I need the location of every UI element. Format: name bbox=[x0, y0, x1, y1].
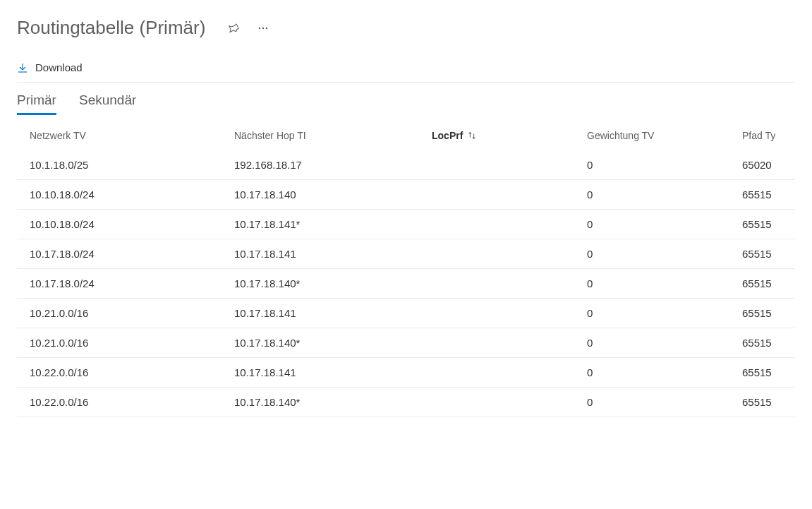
cell-nexthop: 10.17.18.141 bbox=[234, 248, 432, 260]
tab-primary[interactable]: Primär bbox=[17, 90, 56, 114]
cell-path: 65515 bbox=[742, 277, 782, 289]
table-row[interactable]: 10.22.0.0/1610.17.18.140*065515 bbox=[17, 388, 795, 417]
cell-nexthop: 192.168.18.17 bbox=[234, 159, 432, 171]
more-icon bbox=[257, 23, 269, 34]
cell-network: 10.21.0.0/16 bbox=[30, 337, 234, 349]
tabs: Primär Sekundär bbox=[17, 83, 795, 114]
svg-point-0 bbox=[259, 27, 260, 28]
cell-network: 10.10.18.0/24 bbox=[30, 188, 234, 200]
cell-nexthop: 10.17.18.141* bbox=[234, 218, 432, 230]
toolbar: Download bbox=[17, 52, 795, 83]
table-header: Netzwerk TV Nächster Hop TI LocPrf Gewic… bbox=[17, 130, 795, 150]
cell-path: 65515 bbox=[742, 307, 782, 319]
column-header-locprf-label: LocPrf bbox=[432, 130, 463, 141]
cell-network: 10.17.18.0/24 bbox=[30, 248, 234, 260]
cell-weight: 0 bbox=[587, 337, 742, 349]
cell-network: 10.17.18.0/24 bbox=[30, 277, 234, 289]
cell-network: 10.22.0.0/16 bbox=[30, 366, 234, 378]
cell-weight: 0 bbox=[587, 218, 742, 230]
column-header-path[interactable]: Pfad Ty bbox=[742, 130, 782, 141]
cell-weight: 0 bbox=[587, 366, 742, 378]
cell-nexthop: 10.17.18.141 bbox=[234, 366, 432, 378]
column-header-nexthop[interactable]: Nächster Hop TI bbox=[234, 130, 432, 141]
more-button[interactable] bbox=[255, 20, 272, 37]
cell-weight: 0 bbox=[587, 248, 742, 260]
cell-weight: 0 bbox=[587, 277, 742, 289]
cell-network: 10.22.0.0/16 bbox=[30, 396, 234, 408]
cell-weight: 0 bbox=[587, 307, 742, 319]
download-label: Download bbox=[35, 61, 83, 73]
pin-icon bbox=[228, 23, 239, 34]
column-header-weight[interactable]: Gewichtung TV bbox=[587, 130, 742, 141]
header-icons bbox=[225, 20, 272, 37]
pin-button[interactable] bbox=[225, 20, 242, 37]
cell-path: 65515 bbox=[742, 248, 782, 260]
column-header-locprf[interactable]: LocPrf bbox=[432, 130, 587, 141]
sort-icon bbox=[467, 131, 477, 140]
header: Routingtabelle (Primär) bbox=[17, 0, 795, 52]
table-row[interactable]: 10.10.18.0/2410.17.18.140065515 bbox=[17, 180, 795, 210]
routing-table: Netzwerk TV Nächster Hop TI LocPrf Gewic… bbox=[17, 130, 795, 417]
table-body: 10.1.18.0/25192.168.18.1706502010.10.18.… bbox=[17, 150, 795, 417]
table-row[interactable]: 10.17.18.0/2410.17.18.140*065515 bbox=[17, 269, 795, 299]
cell-path: 65515 bbox=[742, 188, 782, 200]
cell-weight: 0 bbox=[587, 396, 742, 408]
table-row[interactable]: 10.22.0.0/1610.17.18.141065515 bbox=[17, 358, 795, 388]
column-header-network[interactable]: Netzwerk TV bbox=[30, 130, 234, 141]
download-icon bbox=[17, 62, 28, 73]
cell-path: 65515 bbox=[742, 366, 782, 378]
table-row[interactable]: 10.17.18.0/2410.17.18.141065515 bbox=[17, 239, 795, 269]
cell-network: 10.10.18.0/24 bbox=[30, 218, 234, 230]
svg-point-2 bbox=[266, 27, 267, 28]
page-title: Routingtabelle (Primär) bbox=[17, 17, 205, 39]
tab-secondary[interactable]: Sekundär bbox=[79, 90, 136, 114]
table-row[interactable]: 10.21.0.0/1610.17.18.140*065515 bbox=[17, 328, 795, 358]
cell-weight: 0 bbox=[587, 159, 742, 171]
cell-path: 65515 bbox=[742, 337, 782, 349]
cell-nexthop: 10.17.18.140* bbox=[234, 396, 432, 408]
svg-point-1 bbox=[262, 27, 264, 28]
cell-path: 65515 bbox=[742, 218, 782, 230]
cell-weight: 0 bbox=[587, 188, 742, 200]
cell-path: 65020 bbox=[742, 159, 782, 171]
cell-nexthop: 10.17.18.140* bbox=[234, 337, 432, 349]
table-row[interactable]: 10.21.0.0/1610.17.18.141065515 bbox=[17, 299, 795, 328]
cell-network: 10.21.0.0/16 bbox=[30, 307, 234, 319]
cell-nexthop: 10.17.18.140* bbox=[234, 277, 432, 289]
cell-nexthop: 10.17.18.140 bbox=[234, 188, 432, 200]
cell-network: 10.1.18.0/25 bbox=[30, 159, 234, 171]
table-row[interactable]: 10.1.18.0/25192.168.18.17065020 bbox=[17, 150, 795, 180]
cell-nexthop: 10.17.18.141 bbox=[234, 307, 432, 319]
table-row[interactable]: 10.10.18.0/2410.17.18.141*065515 bbox=[17, 210, 795, 239]
download-button[interactable]: Download bbox=[17, 60, 83, 75]
cell-path: 65515 bbox=[742, 396, 782, 408]
